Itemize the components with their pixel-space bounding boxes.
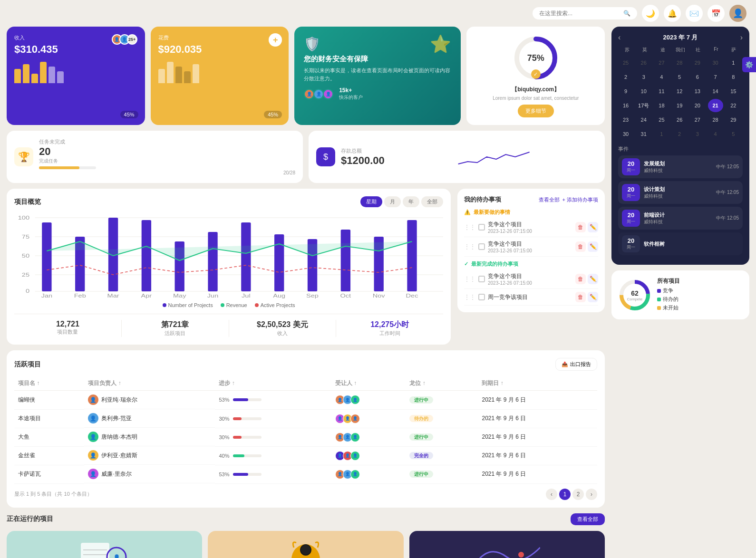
todo-checkbox-3[interactable]: [478, 276, 485, 282]
page-1-btn[interactable]: 1: [559, 489, 571, 500]
edit-todo-4[interactable]: ✏️: [588, 292, 598, 302]
cal-day[interactable]: 5: [672, 70, 687, 84]
cal-day[interactable]: 10: [636, 85, 651, 98]
cal-day[interactable]: 27: [690, 113, 705, 126]
tab-week[interactable]: 星期: [360, 196, 382, 207]
user-avatar[interactable]: 👤: [729, 5, 746, 22]
tab-year[interactable]: 年: [403, 196, 419, 207]
cal-day[interactable]: 6: [690, 70, 705, 84]
cal-day[interactable]: 2: [618, 70, 633, 84]
overview-tabs[interactable]: 星期 月 年 全部: [360, 196, 443, 207]
cal-day[interactable]: 9: [618, 85, 633, 98]
cal-day[interactable]: 3: [636, 70, 651, 84]
cal-day[interactable]: 7: [708, 70, 723, 84]
cal-day[interactable]: 30: [618, 127, 633, 141]
delete-todo-3[interactable]: 🗑: [575, 274, 586, 284]
todo-item-1-actions: 🗑 ✏️: [575, 222, 598, 232]
col-name[interactable]: 项目名 ↑: [14, 376, 84, 391]
gauge-details-btn[interactable]: 更多细节: [518, 105, 554, 117]
cal-day[interactable]: 23: [618, 113, 633, 126]
cal-day[interactable]: 27: [654, 56, 669, 69]
cal-day[interactable]: 29: [690, 56, 705, 69]
cal-day[interactable]: 29: [726, 113, 741, 126]
col-status[interactable]: 龙位 ↑: [406, 376, 478, 391]
expense-chart: [158, 59, 281, 83]
delete-todo-2[interactable]: 🗑: [575, 241, 586, 252]
cal-day[interactable]: 14: [708, 85, 723, 98]
page-buttons[interactable]: ‹ 1 2 ›: [546, 489, 597, 500]
cal-day[interactable]: 19: [672, 99, 687, 112]
cal-day[interactable]: 28: [708, 113, 723, 126]
view-all-running-btn[interactable]: 查看全部: [571, 513, 605, 525]
col-manager[interactable]: 项目负责人 ↑: [84, 376, 215, 391]
cal-day[interactable]: 5: [726, 127, 741, 141]
cal-day[interactable]: 25: [654, 113, 669, 126]
revenue-amount: $310.435: [14, 43, 137, 56]
drag-handle-3[interactable]: ⋮⋮: [464, 276, 475, 282]
edit-todo-2[interactable]: ✏️: [588, 241, 598, 252]
cal-today[interactable]: 21: [708, 99, 723, 112]
cal-day[interactable]: 4: [654, 70, 669, 84]
todo-checkbox-2[interactable]: [478, 243, 485, 250]
cal-prev-btn[interactable]: ‹: [618, 33, 620, 42]
drag-handle-2[interactable]: ⋮⋮: [464, 243, 475, 250]
calendar-icon[interactable]: 📅: [708, 5, 725, 22]
tab-month[interactable]: 月: [384, 196, 401, 207]
cal-day[interactable]: 12: [672, 85, 687, 98]
page-next-btn[interactable]: ›: [586, 489, 597, 500]
add-todo-link[interactable]: + 添加待办事项: [562, 196, 598, 203]
dark-mode-toggle[interactable]: 🌙: [642, 5, 659, 22]
cal-day[interactable]: 2: [672, 127, 687, 141]
cal-next-btn[interactable]: ›: [740, 33, 743, 42]
drag-handle-4[interactable]: ⋮⋮: [464, 294, 475, 300]
search-input[interactable]: [539, 10, 620, 17]
cal-day[interactable]: 3: [690, 127, 705, 141]
cal-day[interactable]: 16: [618, 99, 633, 112]
search-box[interactable]: 🔍: [533, 7, 637, 19]
cal-day[interactable]: 15: [726, 85, 741, 98]
col-progress[interactable]: 进步 ↑: [215, 376, 331, 391]
calendar-grid: 25 26 27 28 29 30 1 2 3 4 5 6 7 8 9 10 1…: [618, 56, 743, 141]
mail-icon[interactable]: ✉️: [686, 5, 703, 22]
cal-day[interactable]: 20: [690, 99, 705, 112]
drag-handle-1[interactable]: ⋮⋮: [464, 224, 475, 231]
task-progress-label: 完成任务: [39, 158, 295, 164]
cal-day[interactable]: 26: [636, 56, 651, 69]
col-due[interactable]: 到期日 ↑: [478, 376, 597, 391]
cal-day[interactable]: 8: [726, 70, 741, 84]
cal-day[interactable]: 28: [672, 56, 687, 69]
tab-all[interactable]: 全部: [421, 196, 443, 207]
col-assignees[interactable]: 受让人 ↑: [331, 376, 406, 391]
cal-day[interactable]: 25: [618, 56, 633, 69]
cal-day[interactable]: 31: [636, 127, 651, 141]
cal-day[interactable]: 18: [654, 99, 669, 112]
cal-day[interactable]: 1: [654, 127, 669, 141]
chart-legend: Number of Projects Revenue Active Projec…: [14, 302, 443, 308]
page-2-btn[interactable]: 2: [572, 489, 584, 500]
page-prev-btn[interactable]: ‹: [546, 489, 557, 500]
svg-text:Jan: Jan: [41, 293, 53, 298]
todo-text-3: 竞争这个项目: [488, 272, 572, 280]
notification-icon[interactable]: 🔔: [664, 5, 681, 22]
view-all-link[interactable]: 查看全部: [539, 196, 560, 203]
cal-day[interactable]: 13: [690, 85, 705, 98]
add-expense-btn[interactable]: +: [269, 33, 282, 47]
cal-day[interactable]: 1: [726, 56, 741, 69]
export-report-btn[interactable]: 📤 出口报告: [555, 358, 597, 371]
svg-text:Oct: Oct: [340, 293, 351, 298]
calendar-settings-btn[interactable]: ⚙️: [742, 57, 756, 72]
cal-day[interactable]: 24: [636, 113, 651, 126]
cal-day[interactable]: 26: [672, 113, 687, 126]
todo-actions[interactable]: 查看全部 + 添加待办事项: [539, 196, 598, 203]
edit-todo-3[interactable]: ✏️: [588, 274, 598, 284]
cal-day[interactable]: 4: [708, 127, 723, 141]
cal-day[interactable]: 17号: [636, 99, 651, 112]
edit-todo-1[interactable]: ✏️: [588, 222, 598, 232]
delete-todo-4[interactable]: 🗑: [575, 292, 586, 302]
cal-day[interactable]: 11: [654, 85, 669, 98]
todo-checkbox-1[interactable]: [478, 224, 485, 231]
todo-checkbox-4[interactable]: [478, 294, 485, 300]
delete-todo-1[interactable]: 🗑: [575, 222, 586, 232]
cal-day[interactable]: 22: [726, 99, 741, 112]
cal-day[interactable]: 30: [708, 56, 723, 69]
